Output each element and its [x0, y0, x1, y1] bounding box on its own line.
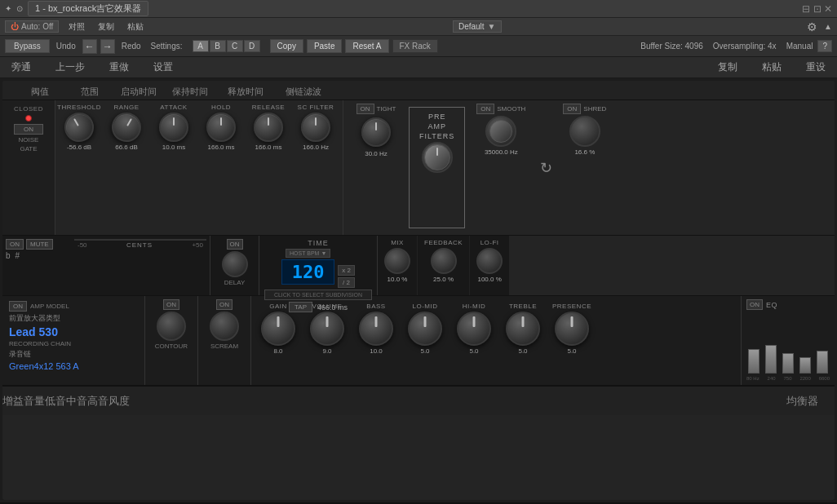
- gate-label: GATE: [20, 145, 37, 153]
- copy-menu[interactable]: 复制: [95, 20, 117, 33]
- scream-knob[interactable]: [210, 312, 239, 341]
- contour-section: ON CONTOUR: [145, 296, 198, 385]
- shred-on-button[interactable]: ON: [563, 104, 581, 114]
- section-row-2: ON MUTE b #: [2, 235, 835, 296]
- contour-on-button[interactable]: ON: [163, 299, 179, 310]
- amp-model-name[interactable]: Lead 530: [9, 325, 138, 338]
- tight-knob[interactable]: [361, 117, 391, 147]
- tuner-on-row: ON MUTE: [6, 239, 71, 250]
- delay-knob[interactable]: [222, 251, 248, 277]
- settings-tab-d[interactable]: D: [244, 40, 260, 52]
- cents-pos-label: +50: [192, 241, 203, 249]
- contour-on-row: ON: [163, 299, 179, 310]
- chain-name[interactable]: Green4x12 563 A: [9, 361, 138, 371]
- settings-tab-a[interactable]: A: [193, 40, 209, 52]
- eq-bar-4[interactable]: [799, 357, 811, 374]
- delay-on-button[interactable]: ON: [227, 239, 243, 250]
- bypass-button[interactable]: Bypass: [5, 39, 50, 53]
- eq-bar-2[interactable]: [765, 345, 777, 374]
- x2-half-section: x 2 / 2: [338, 265, 355, 288]
- shred-knob[interactable]: [569, 116, 600, 147]
- tuner-mute-button[interactable]: MUTE: [26, 239, 53, 250]
- delay-label: DELAY: [224, 279, 246, 286]
- tuner-controls: ON MUTE b #: [6, 239, 71, 260]
- undo-button[interactable]: ←: [82, 39, 97, 54]
- paste-button[interactable]: Paste: [307, 39, 343, 53]
- amp-model-row: ON AMP MODEL: [9, 301, 138, 312]
- expand-icon[interactable]: ▲: [824, 22, 832, 31]
- presence-knob[interactable]: [555, 312, 589, 346]
- settings-tab-b[interactable]: B: [210, 40, 226, 52]
- threshold-knob[interactable]: [59, 107, 99, 147]
- reset-button[interactable]: Reset A: [345, 39, 388, 53]
- x2-button[interactable]: x 2: [338, 265, 355, 276]
- fx-rack-button[interactable]: FX Rack: [392, 39, 438, 53]
- release-knob[interactable]: [254, 113, 283, 142]
- cn-paste: 粘贴: [762, 60, 782, 74]
- attack-knob[interactable]: [159, 113, 188, 142]
- cn-bypass: 旁通: [11, 60, 31, 74]
- feedback-knob[interactable]: [431, 248, 457, 274]
- eq-label-text: EQ: [766, 301, 777, 309]
- cn-copy: 复制: [718, 60, 737, 74]
- scfilter-knob[interactable]: [301, 113, 330, 142]
- eq-on-button[interactable]: ON: [746, 299, 763, 310]
- pair-menu[interactable]: 对照: [65, 20, 88, 33]
- auto-off-label: Auto: Off: [21, 22, 53, 31]
- feedback-label: FEEDBACK: [424, 239, 463, 246]
- contour-knob[interactable]: [157, 312, 186, 341]
- tuner-on-button[interactable]: ON: [6, 239, 24, 250]
- eq-bar-group-5: [815, 351, 830, 374]
- attack-control: ATTACK 10.0 ms: [150, 100, 197, 235]
- bass-knob[interactable]: [359, 312, 393, 346]
- himid-knob[interactable]: [457, 312, 491, 346]
- gear-icon[interactable]: ⚙: [807, 20, 817, 33]
- paste-menu[interactable]: 粘贴: [124, 20, 147, 33]
- smooth-knob[interactable]: [485, 116, 516, 147]
- eq-bar-5[interactable]: [817, 351, 828, 374]
- eq-freq-4: 2200: [799, 376, 810, 381]
- title-bar: ✦ ⊙ 1 - bx_rockrack吉它效果器 ⊟ ⊡ ✕: [0, 0, 837, 18]
- copy-button[interactable]: Copy: [270, 39, 303, 53]
- tuner-scale-bar: A: [74, 239, 206, 241]
- scream-on-button[interactable]: ON: [216, 299, 232, 310]
- lomid-knob[interactable]: [408, 312, 442, 346]
- cn-reset: 重设: [806, 60, 826, 74]
- eq-header: ON EQ: [746, 299, 830, 310]
- bass-value: 10.0: [370, 347, 383, 355]
- b-label: b: [6, 251, 11, 260]
- pre-filters-knob[interactable]: [422, 142, 453, 173]
- noise-gate-section: CLOSED ON NOISE GATE: [2, 100, 55, 235]
- app-window: ✦ ⊙ 1 - bx_rockrack吉它效果器 ⊟ ⊡ ✕ ⏻ Auto: O…: [0, 0, 837, 504]
- range-knob[interactable]: [106, 107, 146, 147]
- power-icon: ⏻: [11, 22, 19, 31]
- half-button[interactable]: / 2: [338, 277, 355, 288]
- lofi-section: LO-FI 100.0 %: [470, 236, 509, 295]
- eq-bar-1[interactable]: [748, 349, 760, 374]
- settings-tab-c[interactable]: C: [227, 40, 243, 52]
- volume-knob[interactable]: [310, 312, 344, 346]
- amp-on-button[interactable]: ON: [9, 301, 27, 312]
- mix-knob[interactable]: [384, 248, 410, 274]
- auto-off-btn[interactable]: ⏻ Auto: Off: [5, 20, 59, 33]
- host-bpm-button[interactable]: HOST BPM ▼: [286, 249, 330, 258]
- tight-value: 30.0 Hz: [365, 150, 388, 157]
- bl-high: 高音: [87, 394, 108, 409]
- treble-knob[interactable]: [506, 312, 540, 346]
- hold-knob[interactable]: [206, 113, 236, 142]
- help-button[interactable]: ?: [817, 40, 832, 52]
- amp-model-label: AMP MODEL: [30, 303, 69, 310]
- tight-section: ON TIGHT 30.0 Hz: [347, 100, 405, 235]
- filters-label: FILTERS: [419, 132, 454, 140]
- lofi-knob[interactable]: [476, 248, 503, 274]
- eq-section: ON EQ: [741, 296, 835, 385]
- smooth-on-button[interactable]: ON: [476, 104, 494, 114]
- tight-on-button[interactable]: ON: [356, 104, 374, 114]
- eq-bar-3[interactable]: [782, 353, 794, 374]
- redo-button[interactable]: →: [100, 39, 115, 54]
- preset-dropdown[interactable]: Default ▼: [453, 20, 502, 33]
- eq-bar-group-3: [781, 353, 795, 374]
- gain-knob[interactable]: [261, 312, 295, 346]
- bl-gain: 增益: [2, 394, 24, 409]
- ng-on-button[interactable]: ON: [14, 124, 43, 135]
